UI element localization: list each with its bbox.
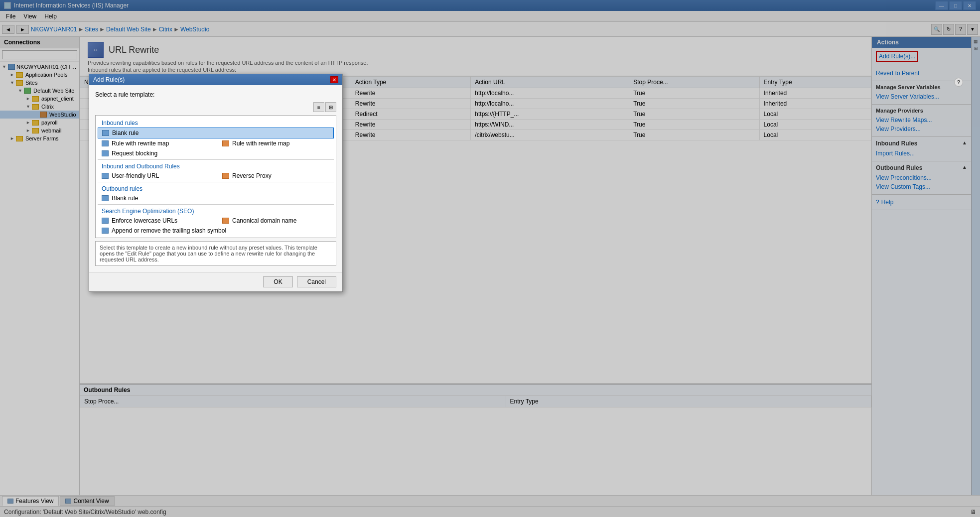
modal-rule-with-rewrite-map[interactable]: Rule with rewrite map Rule with rewrite … [98,138,334,148]
rule-rewrite-map-icon [102,140,109,146]
modal-enforce-lowercase[interactable]: Enforce lowercase URLs Canonical domain … [98,216,334,226]
modal-view-btn-2[interactable]: ⊞ [325,102,336,112]
modal-outbound-header: Outbound rules [98,183,334,193]
modal-blank-rule-outbound[interactable]: Blank rule [98,193,334,203]
modal-trailing-slash[interactable]: Append or remove the trailing slash symb… [98,226,334,236]
modal-request-blocking[interactable]: Request blocking [98,148,334,158]
add-rules-dialog: Add Rule(s) ✕ Select a rule template: ≡ … [89,74,343,292]
modal-user-friendly-url[interactable]: User-friendly URL Reverse Proxy [98,171,334,181]
request-blocking-icon [102,150,109,156]
rule-rewrite-map-icon-r [222,140,229,146]
reverse-proxy-icon [222,173,229,179]
modal-titlebar: Add Rule(s) ✕ [89,74,342,85]
modal-view-btn-1[interactable]: ≡ [313,102,324,112]
modal-toolbar: ≡ ⊞ [95,102,336,112]
modal-close-button[interactable]: ✕ [330,76,338,83]
modal-body: Select a rule template: ≡ ⊞ Inbound rule… [89,85,342,272]
modal-ok-button[interactable]: OK [263,276,292,287]
enforce-lowercase-icon [102,218,109,224]
modal-divider-3 [98,204,334,205]
modal-overlay: Add Rule(s) ✕ Select a rule template: ≡ … [0,0,980,517]
modal-cancel-button[interactable]: Cancel [297,276,336,287]
user-friendly-url-icon [102,173,109,179]
modal-title: Add Rule(s) [93,76,125,83]
modal-list-area: Inbound rules Blank rule Rule with rewri… [95,115,336,238]
modal-description: Select this template to create a new inb… [95,241,336,266]
modal-divider-2 [98,182,334,182]
modal-footer: OK Cancel [89,272,342,291]
modal-help-button[interactable]: ? [954,78,963,87]
modal-inbound-header: Inbound rules [98,118,334,128]
blank-rule-inbound-icon [102,130,109,136]
trailing-slash-icon [102,228,109,234]
modal-label: Select a rule template: [95,91,336,98]
modal-blank-rule-inbound[interactable]: Blank rule [98,128,334,138]
blank-rule-outbound-icon [102,195,109,201]
modal-divider-1 [98,159,334,160]
modal-seo-header: Search Engine Optimization (SEO) [98,206,334,216]
canonical-domain-icon [222,218,229,224]
modal-inbound-outbound-header: Inbound and Outbound Rules [98,161,334,171]
